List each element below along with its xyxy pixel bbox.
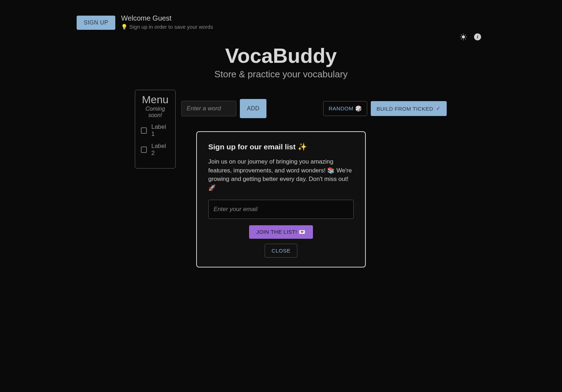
email-signup-modal: Sign up for our email list ✨ Join us on … [196,131,366,267]
app-subtitle: Store & practice your vocabulary [0,69,562,80]
right-controls: RANDOM 🎲 BUILD FROM TICKED ✓ [323,101,446,116]
svg-point-0 [462,35,464,38]
theme-toggle-button[interactable] [459,33,468,41]
menu-item-label: Label 1 [151,123,170,138]
checkbox-icon[interactable] [141,127,147,134]
random-button[interactable]: RANDOM 🎲 [323,101,367,116]
word-input[interactable] [181,101,236,116]
menu-item[interactable]: Label 1 [140,123,170,138]
menu-item[interactable]: Label 2 [140,143,170,157]
check-icon: ✓ [436,105,441,112]
menu-title: Menu [140,94,170,106]
svg-line-3 [461,35,462,35]
welcome-text: Welcome Guest [121,14,213,22]
close-button[interactable]: CLOSE [265,244,297,258]
main-title-block: VocaBuddy Store & practice your vocabula… [0,44,562,80]
build-label: BUILD FROM TICKED [376,106,433,112]
info-icon: i [474,33,481,40]
modal-title: Sign up for our email list ✨ [208,143,354,151]
join-list-button[interactable]: JOIN THE LIST! 💌 [249,225,313,239]
svg-line-8 [465,35,465,35]
modal-buttons: JOIN THE LIST! 💌 CLOSE [208,225,354,258]
modal-body-text: Join us on our journey of bringing you a… [208,158,354,193]
signup-button[interactable]: SIGN UP [77,16,115,30]
checkbox-icon[interactable] [141,147,147,153]
welcome-block: Welcome Guest 💡 Sign up in order to save… [121,14,213,30]
header: SIGN UP Welcome Guest 💡 Sign up in order… [0,0,562,30]
menu-item-label: Label 2 [151,143,170,157]
top-icons: i [459,33,482,41]
info-button[interactable]: i [473,33,482,41]
signup-hint: 💡 Sign up in order to save your words [121,24,213,30]
menu-subtitle: Coming soon! [140,106,170,118]
svg-line-7 [461,39,462,39]
svg-line-4 [465,39,465,39]
email-input[interactable] [208,200,354,219]
menu-panel: Menu Coming soon! Label 1 Label 2 [135,90,176,169]
sun-icon [459,33,467,41]
build-from-ticked-button[interactable]: BUILD FROM TICKED ✓ [371,101,446,116]
app-title: VocaBuddy [0,44,562,67]
add-button[interactable]: ADD [240,99,266,118]
controls-row: ADD RANDOM 🎲 BUILD FROM TICKED ✓ [181,99,447,118]
